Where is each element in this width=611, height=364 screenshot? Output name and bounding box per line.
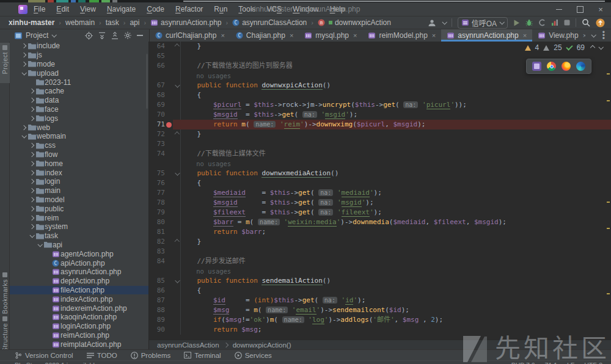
tree-item-css[interactable]: css — [10, 141, 148, 150]
tree-collapsed-chevron-icon[interactable] — [29, 206, 34, 211]
code-line-79[interactable]: 79 $fileext = $this->get( na: 'fileext')… — [149, 208, 611, 217]
status-widget[interactable]: UTF-8 — [584, 362, 602, 364]
project-dropdown-chevron-icon[interactable] — [52, 32, 57, 37]
status-widget[interactable]: LF — [567, 362, 574, 364]
close-tab-icon[interactable]: × — [523, 32, 527, 39]
code-line-74[interactable]: 74 //下载微信上媒体文件 — [149, 149, 611, 159]
code-line-80[interactable]: 80 $barr = m( name: 'weixin:media')->dow… — [149, 217, 611, 227]
code-line-68[interactable]: 68 { — [149, 90, 611, 100]
statusbar-problems[interactable]: Problems — [131, 352, 171, 359]
tree-collapsed-chevron-icon[interactable] — [29, 224, 34, 229]
fold-marker-icon[interactable] — [175, 44, 180, 49]
fold-marker-icon[interactable] — [175, 132, 180, 137]
tree-item-reim[interactable]: reim — [10, 213, 148, 222]
tree-collapsed-chevron-icon[interactable] — [29, 179, 34, 184]
tree-item-include[interactable]: include — [10, 42, 148, 51]
tree-collapsed-chevron-icon[interactable] — [29, 215, 34, 220]
breadcrumb-item[interactable]: CasynrunClassAction — [232, 18, 307, 27]
tree-collapsed-chevron-icon[interactable] — [29, 161, 34, 166]
code-line-69[interactable]: 69 $picurl = $this->rock->jm->uncrypt($t… — [149, 100, 611, 110]
close-tab-icon[interactable]: × — [432, 32, 436, 39]
tree-item-loginaction-php[interactable]: loginAction.php — [10, 322, 148, 331]
menu-item-run[interactable]: Run — [214, 5, 227, 13]
tree-item-agentaction-php[interactable]: agentAction.php — [10, 249, 148, 258]
tree-item-model[interactable]: model — [10, 195, 148, 205]
tab-asynrunaction-php[interactable]: asynrunAction.php× — [441, 29, 532, 42]
settings-gear-icon[interactable] — [124, 32, 131, 39]
tree-item-apiaction-php[interactable]: CapiAction.php — [10, 258, 148, 268]
tab-curlchajian-php[interactable]: CcurlChajian.php× — [150, 29, 230, 42]
close-tab-icon[interactable]: × — [290, 32, 293, 39]
tree-item-upload[interactable]: upload — [10, 68, 148, 78]
code-line-75[interactable]: 75 public function downwxmediaAction() — [149, 169, 611, 178]
tree-item-indexreimaction-php[interactable]: indexreimAction.php — [10, 304, 148, 313]
maximize-button[interactable] — [569, 2, 590, 16]
tree-item-public[interactable]: public — [10, 204, 148, 213]
collapse-all-icon[interactable] — [111, 32, 119, 40]
code-line-77[interactable]: 77 $mediaid = $this->get( na: 'mediaid')… — [149, 188, 611, 198]
tree-item-web[interactable]: web — [10, 123, 148, 132]
menu-item-refactor[interactable]: Refactor — [175, 5, 203, 13]
editor-breadcrumb-item[interactable]: downwxpicAction() — [233, 341, 291, 349]
tree-collapsed-chevron-icon[interactable] — [29, 152, 34, 157]
tree-collapsed-chevron-icon[interactable] — [29, 188, 34, 193]
tree-item-deptaction-php[interactable]: deptAction.php — [10, 277, 148, 286]
code-line-65[interactable]: 65 — [149, 51, 611, 61]
tree-item-webmain[interactable]: webmain — [10, 132, 148, 141]
code-line[interactable]: no usages — [149, 159, 611, 169]
tree-collapsed-chevron-icon[interactable] — [21, 53, 26, 57]
breadcrumb-item[interactable]: webmain — [65, 18, 95, 27]
menu-item-code[interactable]: Code — [147, 5, 164, 13]
code-line-70[interactable]: 70 $msgid = $this->get( na: 'msgid'); — [149, 110, 611, 120]
fold-marker-icon[interactable] — [175, 82, 180, 87]
tree-item-kaoqinaction-php[interactable]: kaoqinAction.php — [10, 313, 148, 322]
tree-item-2023-11[interactable]: 2023-11 — [10, 78, 148, 87]
code-line-88[interactable]: 88 $msg = m( name: 'email')->sendemailco… — [149, 305, 611, 315]
code-line-72[interactable]: 72 } — [149, 129, 611, 139]
tree-item-reimplataction-php[interactable]: reimplatAction.php — [10, 340, 148, 349]
code-editor[interactable]: 4 25 69 64 — [149, 42, 611, 340]
tree-item-cache[interactable]: cache — [10, 87, 148, 96]
run-button[interactable] — [513, 20, 520, 26]
hide-panel-icon[interactable] — [137, 35, 143, 36]
tree-collapsed-chevron-icon[interactable] — [29, 89, 34, 93]
tab-mysql-php[interactable]: mysql.php× — [299, 29, 362, 42]
ide-update-icon[interactable] — [596, 18, 605, 27]
close-tab-icon[interactable]: × — [221, 32, 224, 39]
status-widget[interactable]: PHP 7.0 — [511, 362, 535, 364]
debug-button[interactable] — [525, 19, 533, 26]
tree-collapsed-chevron-icon[interactable] — [21, 43, 26, 48]
tree-collapsed-chevron-icon[interactable] — [29, 107, 34, 112]
fold-marker-icon[interactable] — [175, 239, 180, 244]
hidden-tabs-chevron-icon[interactable] — [591, 32, 596, 37]
tree-item-api[interactable]: api — [10, 241, 148, 250]
tree-item-index[interactable]: index — [10, 168, 148, 177]
statusbar-terminal[interactable]: Terminal — [184, 352, 221, 359]
code-line-71[interactable]: 71 return m( name: 'reim')->downwximg($p… — [149, 120, 611, 129]
tree-expanded-chevron-icon[interactable] — [37, 242, 42, 247]
breakpoint-icon[interactable] — [166, 122, 172, 128]
breadcrumb-item[interactable]: asynrunAction.php — [150, 18, 221, 27]
menu-item-navigate[interactable]: Navigate — [107, 5, 136, 13]
close-tab-icon[interactable]: × — [353, 32, 357, 39]
tab-view-php[interactable]: View.php× — [532, 29, 585, 42]
tree-collapsed-chevron-icon[interactable] — [29, 116, 34, 121]
code-line-66[interactable]: 66 //下载微信发送的图片到服务器 — [149, 61, 611, 71]
menu-item-edit[interactable]: Edit — [56, 5, 69, 13]
statusbar-version-control[interactable]: Version Control — [15, 352, 73, 359]
tree-collapsed-chevron-icon[interactable] — [29, 143, 34, 148]
code-line-86[interactable]: 86 { — [149, 286, 611, 296]
menu-item-view[interactable]: View — [80, 5, 96, 13]
code-line-84[interactable]: 84 //异步发送邮件 — [149, 257, 611, 266]
user-dropdown-chevron-icon[interactable] — [442, 20, 447, 24]
expand-all-icon[interactable] — [98, 32, 106, 40]
close-button[interactable]: × — [590, 2, 611, 16]
minimize-button[interactable] — [549, 2, 569, 16]
statusbar-todo[interactable]: TODO — [87, 352, 117, 359]
tree-item-login[interactable]: login — [10, 177, 148, 186]
tree-item-flow[interactable]: flow — [10, 150, 148, 159]
tab-options-kebab-icon[interactable]: ••• — [602, 31, 605, 40]
stripe-tab-bookmarks[interactable]: Bookmarks — [0, 272, 10, 314]
code-line-73[interactable]: 73 — [149, 139, 611, 149]
code-line-90[interactable]: 90 return $msg; — [149, 325, 611, 335]
